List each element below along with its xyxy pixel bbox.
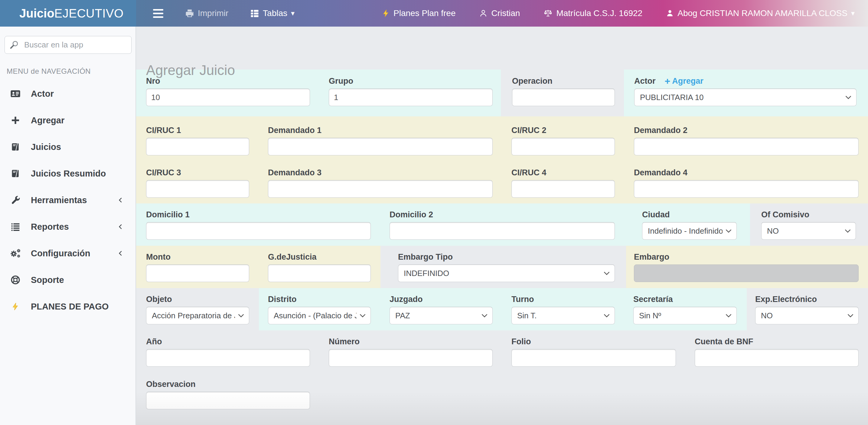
list-icon (9, 222, 22, 232)
field-label: CI/RUC 2 (512, 126, 615, 135)
chevron-down-icon (845, 95, 852, 99)
ciudad-select[interactable]: Indefinido - Indefinido (642, 222, 737, 240)
caret-down-icon: ▾ (291, 9, 294, 18)
field-label: Embargo Tipo (398, 252, 615, 261)
field-label: Of Comisivo (761, 210, 856, 219)
search-input[interactable] (4, 36, 131, 54)
field-ciruc4: CI/RUC 4 (512, 168, 615, 198)
field-juzgado: Juzgado PAZ (390, 295, 493, 324)
field-ciruc1: CI/RUC 1 (146, 126, 249, 155)
sidebar-item-herramientas[interactable]: Herramientas (0, 187, 135, 214)
account-dropdown[interactable]: Abog CRISTIAN RAMON AMARILLA CLOSS ▾ (666, 8, 855, 18)
field-of-comisivo: Of Comisivo NO (761, 210, 856, 240)
juzgado-select[interactable]: PAZ (390, 307, 493, 324)
folio-input[interactable] (512, 349, 676, 367)
tablas-dropdown[interactable]: Tablas ▾ (250, 8, 294, 18)
grupo-input[interactable] (329, 89, 493, 106)
monto-input[interactable] (146, 264, 249, 282)
field-label: Ciudad (642, 210, 737, 219)
field-label: Domicilio 1 (146, 210, 371, 219)
wrench-icon (9, 195, 22, 205)
imprimir-button[interactable]: Imprimir (185, 8, 228, 18)
sidebar-item-planes-de-pago[interactable]: PLANES DE PAGO (0, 293, 135, 320)
embargo-tipo-select[interactable]: INDEFINIDO (398, 264, 615, 282)
sidebar-item-juicios-resumido[interactable]: Juicios Resumido (0, 160, 135, 187)
field-demandado4: Demandado 4 (634, 168, 859, 198)
anio-input[interactable] (146, 349, 310, 367)
sidebar-item-label: Juicios (31, 142, 126, 152)
hamburger-icon[interactable] (153, 9, 163, 18)
field-label: Operacion (512, 76, 615, 86)
field-folio: Folio (512, 337, 676, 367)
imprimir-label: Imprimir (198, 8, 228, 18)
sidebar-item-actor[interactable]: Actor (0, 80, 135, 107)
field-grupo: Grupo (329, 76, 493, 106)
life-ring-icon (9, 275, 22, 285)
turno-select[interactable]: Sin T. (512, 307, 615, 324)
field-label: Demandado 4 (634, 168, 859, 177)
field-label: Folio (512, 337, 676, 346)
field-label: Cuenta de BNF (695, 337, 859, 346)
embargo-input (634, 264, 859, 282)
objeto-select[interactable]: Acción Preparatoria de J (146, 307, 249, 324)
domicilio1-input[interactable] (146, 222, 371, 240)
navbar-left-group: Imprimir Tablas ▾ (136, 8, 294, 18)
demandado1-input[interactable] (268, 138, 493, 155)
field-demandado2: Demandado 2 (634, 126, 859, 155)
sidebar-item-reportes[interactable]: Reportes (0, 214, 135, 240)
sidebar-item-label: Configuración (31, 249, 117, 258)
nro-input[interactable] (146, 89, 310, 106)
field-turno: Turno Sin T. (512, 295, 615, 324)
ciruc4-input[interactable] (512, 180, 615, 198)
field-label: Demandado 3 (268, 168, 493, 177)
chevron-down-icon (238, 314, 245, 318)
g-de-justicia-input[interactable] (268, 264, 371, 282)
domicilio2-input[interactable] (390, 222, 615, 240)
field-domicilio2: Domicilio 2 (390, 210, 615, 240)
matricula-link[interactable]: Matrícula C.S.J. 16922 (544, 8, 642, 18)
of-comisivo-select[interactable]: NO (761, 222, 856, 240)
chevron-left-icon (117, 223, 125, 231)
field-embargo-tipo: Embargo Tipo INDEFINIDO (398, 252, 615, 282)
chevron-left-icon (117, 196, 125, 204)
ciruc3-input[interactable] (146, 180, 249, 198)
cuenta-bnf-input[interactable] (695, 349, 859, 367)
sidebar-item-label: Soporte (31, 275, 126, 285)
demandado2-input[interactable] (634, 138, 859, 155)
demandado3-input[interactable] (268, 180, 493, 198)
actor-add-link[interactable]: + Agregar (665, 76, 704, 86)
field-label: Número (329, 337, 493, 346)
sidebar-item-juicios[interactable]: Juicios (0, 134, 135, 160)
numero-input[interactable] (329, 349, 493, 367)
app-window: JuicioEJECUTIVO Imprimir Tablas ▾ (0, 0, 868, 425)
field-label: Nro (146, 76, 310, 86)
planes-link[interactable]: Planes Plan free (382, 8, 456, 18)
plus-icon (9, 116, 22, 125)
secretaria-select[interactable]: Sin Nº (633, 307, 737, 324)
exp-electronico-select[interactable]: NO (755, 307, 859, 324)
field-operacion: Operacion (512, 76, 615, 106)
field-label: Demandado 2 (634, 126, 859, 135)
observacion-input[interactable] (146, 392, 310, 409)
chevron-left-icon (117, 250, 125, 257)
operacion-input[interactable] (512, 89, 615, 106)
field-g-de-justicia: G.deJusticia (268, 252, 371, 282)
menu-header: MENU de NAVEGACIÓN (7, 67, 91, 75)
brand-logo[interactable]: JuicioEJECUTIVO (0, 0, 136, 27)
field-label: Juzgado (390, 295, 493, 304)
sidebar-item-soporte[interactable]: Soporte (0, 267, 135, 293)
ciruc1-input[interactable] (146, 138, 249, 155)
field-label: Objeto (146, 295, 249, 304)
field-label: Domicilio 2 (390, 210, 615, 219)
sidebar-item-configuracion[interactable]: Configuración (0, 240, 135, 267)
field-observacion: Observacion (146, 380, 310, 409)
book-icon (9, 142, 22, 152)
sidebar-item-agregar[interactable]: Agregar (0, 107, 135, 134)
ciruc2-input[interactable] (512, 138, 615, 155)
actor-add-label: Agregar (672, 76, 704, 86)
chevron-down-icon (847, 314, 854, 318)
user-short-link[interactable]: Cristian (479, 8, 520, 18)
actor-select[interactable]: PUBLICITARIA 10 (634, 89, 857, 106)
distrito-select[interactable]: Asunción - (Palacio de J (268, 307, 371, 324)
demandado4-input[interactable] (634, 180, 859, 198)
